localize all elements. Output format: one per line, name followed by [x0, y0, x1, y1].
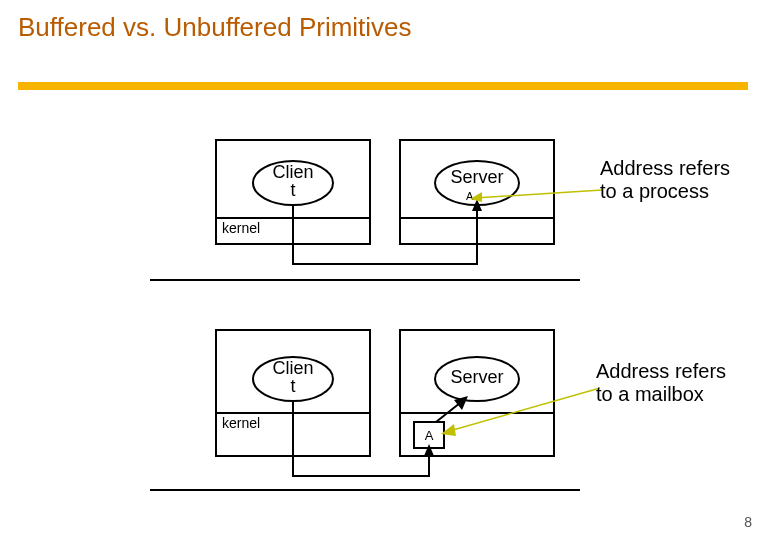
caption-2-line1: Address refers — [596, 360, 726, 382]
kernel-label-1: kernel — [222, 220, 260, 236]
caption-1-line2: to a process — [600, 180, 709, 202]
server-label-2: Server — [450, 367, 503, 387]
kernel-label-2: kernel — [222, 415, 260, 431]
client-label-2b: t — [290, 376, 295, 396]
client-label-2a: Clien — [272, 358, 313, 378]
server-label-1: Server — [450, 167, 503, 187]
caption-1-line1: Address refers — [600, 157, 730, 179]
diagrams-canvas: Clien t kernel Server A Address refers t… — [0, 0, 780, 540]
process-id-label-1: A — [466, 190, 474, 202]
mailbox-id-label: A — [425, 428, 434, 443]
client-label-1a: Clien — [272, 162, 313, 182]
client-label-1b: t — [290, 180, 295, 200]
caption-2-line2: to a mailbox — [596, 383, 704, 405]
page-number: 8 — [744, 514, 752, 530]
